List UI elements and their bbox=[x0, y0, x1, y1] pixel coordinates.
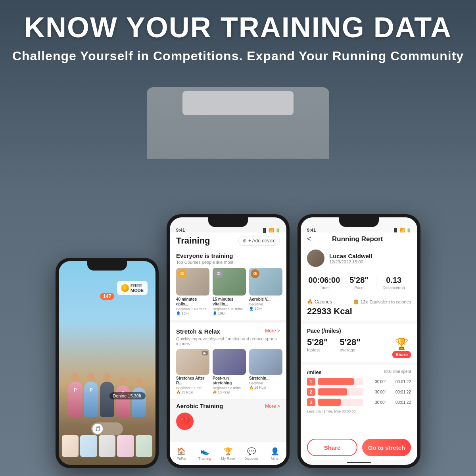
add-device-icon: ⊕ bbox=[243, 238, 247, 244]
mile-pace-1: 30'00" bbox=[366, 380, 386, 384]
nav-pitpat-label: PitPat bbox=[177, 457, 186, 461]
runner-1: P bbox=[68, 382, 83, 417]
nav-discover[interactable]: 💬 Discover bbox=[240, 442, 263, 465]
home-indicator bbox=[347, 462, 371, 463]
toggle-thumb: 🎵 bbox=[92, 424, 103, 434]
mile-fill-2 bbox=[318, 388, 347, 395]
mile-track-1 bbox=[318, 378, 363, 385]
stretch-img-2 bbox=[213, 349, 246, 375]
nav-pitpat[interactable]: 🏠 PitPat bbox=[170, 442, 193, 465]
course-users-2: 👤 10k+ bbox=[213, 311, 246, 315]
stretch-card-3[interactable]: Stretchin... Beginner 🔥 16 Kcal bbox=[249, 349, 282, 394]
everyone-training-title: Everyone is training bbox=[170, 249, 286, 260]
mine-icon: 👤 bbox=[271, 447, 279, 456]
user-details: Lucas Caldwell 12/23/2022 15:00 bbox=[329, 253, 372, 264]
add-device-button[interactable]: ⊕ + Add device bbox=[238, 236, 280, 246]
mile-num-3: 3 bbox=[307, 398, 315, 406]
aerobic-section: Aerobic Training More > bbox=[170, 399, 286, 412]
nav-myrace[interactable]: 🏆 My Race bbox=[217, 442, 240, 465]
thumb-4 bbox=[117, 435, 134, 457]
course-img-2: ② bbox=[213, 268, 246, 296]
less-than-label: Less than 1mile, time 00:00:00 bbox=[307, 409, 411, 416]
runner-2: P bbox=[84, 382, 98, 417]
battery-icon-3: 🔋 bbox=[406, 228, 411, 232]
runner-3 bbox=[100, 382, 114, 417]
miles-title: /miles bbox=[307, 369, 322, 375]
runner-4-head bbox=[119, 377, 127, 385]
thumb-2 bbox=[80, 435, 97, 457]
stretch-kcal-1: 🔥 15 Kcal bbox=[176, 390, 209, 394]
action-buttons: Share Go to stretch bbox=[301, 436, 417, 460]
nav-mine-label: Mine bbox=[271, 457, 279, 461]
stretch-more-link[interactable]: More > bbox=[265, 328, 280, 334]
stretch-kcal-3: 🔥 16 Kcal bbox=[249, 386, 282, 390]
stretch-meta-2: Beginner • 3 mins bbox=[213, 386, 246, 390]
course-card-2[interactable]: ② 15 minutes vitality... Beginner • 15 m… bbox=[213, 268, 246, 315]
status-bar-3: 9:41 ▐▌ 📶 🔋 bbox=[301, 227, 417, 232]
phone-training: 9:41 ▐▌ 📶 🔋 Training ⊕ + Add device Ever… bbox=[167, 214, 290, 468]
wifi-icon: 📶 bbox=[269, 228, 274, 232]
mile-track-3 bbox=[318, 399, 363, 406]
rank-badge-3: ③ bbox=[251, 269, 259, 278]
report-title: Running Report bbox=[315, 235, 401, 243]
course-users-1: 👤 10k+ bbox=[176, 311, 209, 315]
stat-time-label: Time bbox=[307, 286, 342, 290]
stretch-name-1: Stretches After R... bbox=[176, 376, 209, 386]
pace-fastest-val: 5'28" bbox=[307, 337, 328, 347]
signal-icon-3: ▐▌ bbox=[393, 228, 398, 232]
mile-row-3: 3 30'00" 00:01:22 bbox=[307, 398, 411, 406]
mile-num-1: 1 bbox=[307, 378, 315, 386]
app-header: Training ⊕ + Add device bbox=[170, 232, 286, 249]
pace-average-lbl: average bbox=[340, 347, 360, 352]
thumb-3 bbox=[99, 435, 115, 457]
distance-value: 15.30ft. bbox=[128, 393, 142, 398]
stat-pace-label: Pace bbox=[342, 286, 376, 290]
user-name: Lucas Caldwell bbox=[329, 253, 372, 259]
runner-1-head bbox=[71, 373, 79, 381]
course-card-1[interactable]: ① 40 minutes daily... Beginner • 40 mins… bbox=[176, 268, 209, 315]
nav-training-label: Training bbox=[198, 457, 211, 461]
nav-training[interactable]: 👟 Training bbox=[193, 442, 217, 465]
pace-average-val: 5'28" bbox=[340, 337, 360, 347]
stretch-card-1[interactable]: ▶ Stretches After R... Beginner • 1 min … bbox=[176, 349, 209, 394]
free-mode-badge: ✦ FREEMODE bbox=[117, 281, 148, 295]
thumb-5 bbox=[136, 435, 152, 457]
stat-time-value: 00:06:00 bbox=[307, 276, 342, 285]
stat-distance: 0.13 Distance(mi) bbox=[376, 276, 411, 290]
mile-pace-2: 30'00" bbox=[366, 390, 386, 394]
aerobic-more-link[interactable]: More > bbox=[265, 403, 280, 409]
phone3-screen: 9:41 ▐▌ 📶 🔋 < Running Report Lucas Caldw… bbox=[301, 217, 417, 465]
share-badge: Share bbox=[392, 351, 411, 358]
phone3-notch bbox=[339, 217, 379, 227]
top-courses-subtitle: Top Courses people like most bbox=[170, 260, 286, 268]
nav-mine[interactable]: 👤 Mine bbox=[263, 442, 286, 465]
stretch-name-3: Stretchin... bbox=[249, 376, 282, 381]
thumbnail-strip bbox=[62, 435, 152, 457]
course-card-3[interactable]: ③ Aerobic V... Beginner 👤 10k+ bbox=[249, 268, 282, 315]
toggle-button[interactable]: 🎵 bbox=[91, 422, 123, 435]
back-button[interactable]: < bbox=[307, 235, 311, 243]
goto-stretch-button[interactable]: Go to stretch bbox=[362, 439, 411, 456]
stretch-card-2[interactable]: Post-run stretching Beginner • 3 mins 🔥 … bbox=[213, 349, 246, 394]
main-title: KNOW YOUR TRAINING DATA bbox=[0, 12, 476, 43]
stretch-img-3 bbox=[249, 349, 282, 375]
wifi-icon-3: 📶 bbox=[400, 228, 405, 232]
header-section: KNOW YOUR TRAINING DATA Challenge Yourse… bbox=[0, 12, 476, 65]
free-mode-icon: ✦ bbox=[121, 284, 129, 292]
free-mode-text: FREEMODE bbox=[131, 283, 144, 293]
mile-total-3: 00:01:22 bbox=[389, 400, 411, 405]
share-button[interactable]: Share bbox=[307, 439, 357, 456]
myrace-icon: 🏆 bbox=[224, 447, 232, 456]
calories-row: 🔥 Calories 🍔 12x Equivalent to calories … bbox=[301, 295, 417, 321]
status-icons-2: ▐▌ 📶 🔋 bbox=[262, 228, 280, 232]
runner-2-head bbox=[87, 373, 95, 381]
add-device-label: + Add device bbox=[248, 238, 276, 244]
phone2-notch bbox=[208, 217, 248, 227]
pitpat-icon: 🏠 bbox=[177, 447, 186, 456]
distance-label: Denine 15.30ft. bbox=[109, 392, 146, 399]
stretch-meta-1: Beginner • 1 min bbox=[176, 386, 209, 390]
pace-section: Pace (/miles) 5'28" fastest 5'28" averag… bbox=[301, 324, 417, 362]
report-header: < Running Report bbox=[301, 232, 417, 246]
user-info-row: Lucas Caldwell 12/23/2022 15:00 bbox=[301, 246, 417, 271]
course-users-3: 👤 10k+ bbox=[249, 307, 282, 311]
